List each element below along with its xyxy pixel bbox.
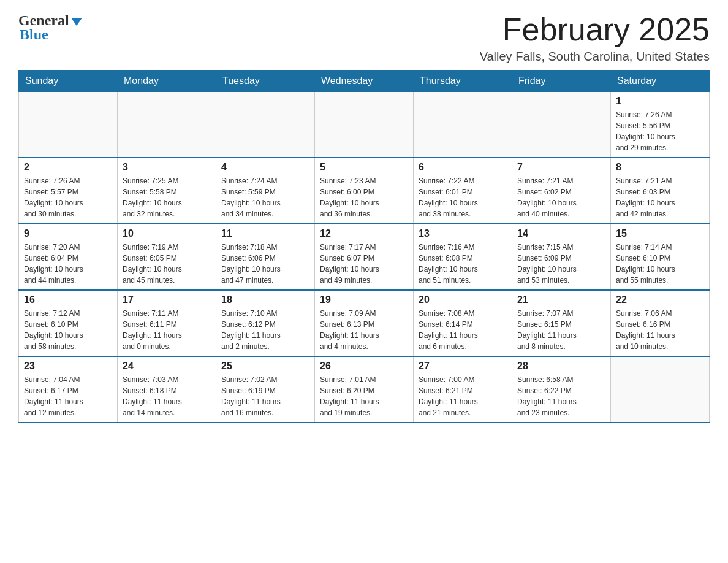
calendar-cell xyxy=(118,92,216,158)
calendar-cell: 8Sunrise: 7:21 AM Sunset: 6:03 PM Daylig… xyxy=(611,158,710,224)
calendar-cell: 17Sunrise: 7:11 AM Sunset: 6:11 PM Dayli… xyxy=(118,290,216,356)
day-number: 6 xyxy=(419,162,507,173)
calendar-cell: 26Sunrise: 7:01 AM Sunset: 6:20 PM Dayli… xyxy=(315,356,414,423)
day-info: Sunrise: 7:19 AM Sunset: 6:05 PM Dayligh… xyxy=(123,242,211,286)
day-number: 18 xyxy=(221,294,309,305)
day-info: Sunrise: 7:22 AM Sunset: 6:01 PM Dayligh… xyxy=(419,175,507,220)
weekday-header-monday: Monday xyxy=(118,71,216,92)
day-info: Sunrise: 7:23 AM Sunset: 6:00 PM Dayligh… xyxy=(320,175,408,220)
calendar-cell: 4Sunrise: 7:24 AM Sunset: 5:59 PM Daylig… xyxy=(216,158,315,224)
day-number: 23 xyxy=(24,361,112,372)
day-number: 3 xyxy=(123,162,211,173)
calendar-cell: 11Sunrise: 7:18 AM Sunset: 6:06 PM Dayli… xyxy=(216,224,315,290)
day-number: 8 xyxy=(616,162,704,173)
calendar-cell: 28Sunrise: 6:58 AM Sunset: 6:22 PM Dayli… xyxy=(512,356,611,423)
calendar-cell: 16Sunrise: 7:12 AM Sunset: 6:10 PM Dayli… xyxy=(19,290,118,356)
day-info: Sunrise: 7:15 AM Sunset: 6:09 PM Dayligh… xyxy=(517,242,605,286)
calendar-cell: 14Sunrise: 7:15 AM Sunset: 6:09 PM Dayli… xyxy=(512,224,611,290)
calendar-cell: 24Sunrise: 7:03 AM Sunset: 6:18 PM Dayli… xyxy=(118,356,216,423)
calendar-cell: 20Sunrise: 7:08 AM Sunset: 6:14 PM Dayli… xyxy=(414,290,512,356)
day-info: Sunrise: 7:03 AM Sunset: 6:18 PM Dayligh… xyxy=(123,374,211,418)
calendar-table: SundayMondayTuesdayWednesdayThursdayFrid… xyxy=(18,70,710,423)
day-info: Sunrise: 7:10 AM Sunset: 6:12 PM Dayligh… xyxy=(221,308,309,352)
day-number: 26 xyxy=(320,361,408,372)
day-number: 10 xyxy=(123,228,211,239)
calendar-cell: 7Sunrise: 7:21 AM Sunset: 6:02 PM Daylig… xyxy=(512,158,611,224)
week-row-3: 9Sunrise: 7:20 AM Sunset: 6:04 PM Daylig… xyxy=(19,224,710,290)
day-number: 13 xyxy=(419,228,507,239)
day-info: Sunrise: 7:00 AM Sunset: 6:21 PM Dayligh… xyxy=(419,374,507,418)
weekday-header-sunday: Sunday xyxy=(19,71,118,92)
calendar-cell: 21Sunrise: 7:07 AM Sunset: 6:15 PM Dayli… xyxy=(512,290,611,356)
page-header: General Blue February 2025 Valley Falls,… xyxy=(18,12,710,64)
day-info: Sunrise: 7:12 AM Sunset: 6:10 PM Dayligh… xyxy=(24,308,112,352)
day-info: Sunrise: 7:01 AM Sunset: 6:20 PM Dayligh… xyxy=(320,374,408,418)
day-number: 2 xyxy=(24,162,112,173)
weekday-header-saturday: Saturday xyxy=(611,71,710,92)
calendar-cell: 1Sunrise: 7:26 AM Sunset: 5:56 PM Daylig… xyxy=(611,92,710,158)
logo-blue-text: Blue xyxy=(20,26,48,43)
day-info: Sunrise: 7:06 AM Sunset: 6:16 PM Dayligh… xyxy=(616,308,704,352)
calendar-cell: 13Sunrise: 7:16 AM Sunset: 6:08 PM Dayli… xyxy=(414,224,512,290)
logo: General Blue xyxy=(18,12,82,43)
day-info: Sunrise: 6:58 AM Sunset: 6:22 PM Dayligh… xyxy=(517,374,605,418)
day-info: Sunrise: 7:17 AM Sunset: 6:07 PM Dayligh… xyxy=(320,242,408,286)
day-info: Sunrise: 7:08 AM Sunset: 6:14 PM Dayligh… xyxy=(419,308,507,352)
day-number: 1 xyxy=(616,96,704,107)
day-info: Sunrise: 7:25 AM Sunset: 5:58 PM Dayligh… xyxy=(123,175,211,220)
day-info: Sunrise: 7:04 AM Sunset: 6:17 PM Dayligh… xyxy=(24,374,112,418)
calendar-cell xyxy=(19,92,118,158)
day-number: 12 xyxy=(320,228,408,239)
logo-triangle-icon xyxy=(71,18,82,26)
calendar-cell: 5Sunrise: 7:23 AM Sunset: 6:00 PM Daylig… xyxy=(315,158,414,224)
calendar-cell: 23Sunrise: 7:04 AM Sunset: 6:17 PM Dayli… xyxy=(19,356,118,423)
calendar-cell: 6Sunrise: 7:22 AM Sunset: 6:01 PM Daylig… xyxy=(414,158,512,224)
calendar-cell: 12Sunrise: 7:17 AM Sunset: 6:07 PM Dayli… xyxy=(315,224,414,290)
day-number: 7 xyxy=(517,162,605,173)
calendar-cell: 25Sunrise: 7:02 AM Sunset: 6:19 PM Dayli… xyxy=(216,356,315,423)
calendar-title: February 2025 xyxy=(480,12,710,47)
day-info: Sunrise: 7:11 AM Sunset: 6:11 PM Dayligh… xyxy=(123,308,211,352)
week-row-5: 23Sunrise: 7:04 AM Sunset: 6:17 PM Dayli… xyxy=(19,356,710,423)
weekday-header-friday: Friday xyxy=(512,71,611,92)
weekday-header-thursday: Thursday xyxy=(414,71,512,92)
day-number: 20 xyxy=(419,294,507,305)
day-number: 24 xyxy=(123,361,211,372)
weekday-header-tuesday: Tuesday xyxy=(216,71,315,92)
weekday-header-wednesday: Wednesday xyxy=(315,71,414,92)
day-number: 21 xyxy=(517,294,605,305)
week-row-4: 16Sunrise: 7:12 AM Sunset: 6:10 PM Dayli… xyxy=(19,290,710,356)
calendar-cell: 10Sunrise: 7:19 AM Sunset: 6:05 PM Dayli… xyxy=(118,224,216,290)
calendar-cell: 9Sunrise: 7:20 AM Sunset: 6:04 PM Daylig… xyxy=(19,224,118,290)
day-number: 22 xyxy=(616,294,704,305)
calendar-cell: 15Sunrise: 7:14 AM Sunset: 6:10 PM Dayli… xyxy=(611,224,710,290)
calendar-cell: 22Sunrise: 7:06 AM Sunset: 6:16 PM Dayli… xyxy=(611,290,710,356)
day-number: 5 xyxy=(320,162,408,173)
weekday-header-row: SundayMondayTuesdayWednesdayThursdayFrid… xyxy=(19,71,710,92)
day-info: Sunrise: 7:24 AM Sunset: 5:59 PM Dayligh… xyxy=(221,175,309,220)
calendar-cell xyxy=(216,92,315,158)
day-info: Sunrise: 7:09 AM Sunset: 6:13 PM Dayligh… xyxy=(320,308,408,352)
day-number: 28 xyxy=(517,361,605,372)
calendar-cell xyxy=(512,92,611,158)
day-info: Sunrise: 7:14 AM Sunset: 6:10 PM Dayligh… xyxy=(616,242,704,286)
day-number: 19 xyxy=(320,294,408,305)
calendar-subtitle: Valley Falls, South Carolina, United Sta… xyxy=(480,50,710,64)
day-info: Sunrise: 7:26 AM Sunset: 5:56 PM Dayligh… xyxy=(616,109,704,153)
day-number: 15 xyxy=(616,228,704,239)
day-number: 16 xyxy=(24,294,112,305)
day-info: Sunrise: 7:26 AM Sunset: 5:57 PM Dayligh… xyxy=(24,175,112,220)
calendar-cell xyxy=(414,92,512,158)
day-number: 14 xyxy=(517,228,605,239)
day-info: Sunrise: 7:18 AM Sunset: 6:06 PM Dayligh… xyxy=(221,242,309,286)
day-number: 9 xyxy=(24,228,112,239)
day-number: 4 xyxy=(221,162,309,173)
day-info: Sunrise: 7:20 AM Sunset: 6:04 PM Dayligh… xyxy=(24,242,112,286)
day-info: Sunrise: 7:02 AM Sunset: 6:19 PM Dayligh… xyxy=(221,374,309,418)
day-info: Sunrise: 7:07 AM Sunset: 6:15 PM Dayligh… xyxy=(517,308,605,352)
calendar-cell xyxy=(315,92,414,158)
calendar-cell: 27Sunrise: 7:00 AM Sunset: 6:21 PM Dayli… xyxy=(414,356,512,423)
week-row-1: 1Sunrise: 7:26 AM Sunset: 5:56 PM Daylig… xyxy=(19,92,710,158)
calendar-cell xyxy=(611,356,710,423)
day-number: 25 xyxy=(221,361,309,372)
